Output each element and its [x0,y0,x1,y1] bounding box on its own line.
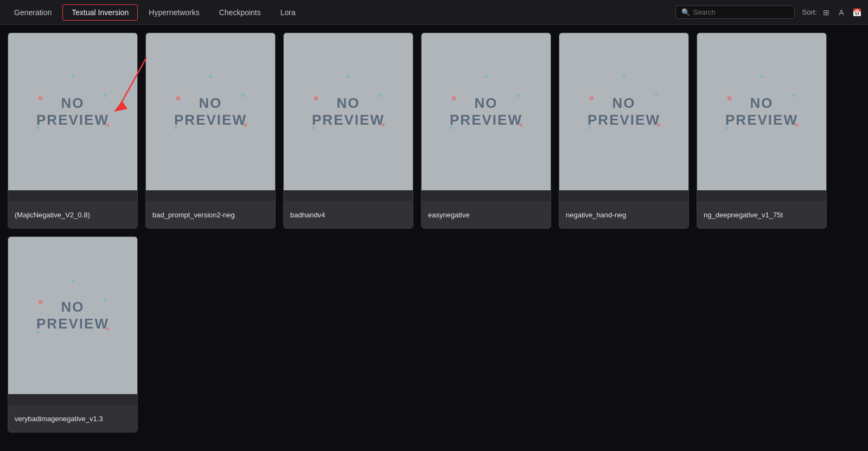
tab-lora[interactable]: Lora [272,5,304,20]
no-preview-text-4: NO PREVIEW [450,95,522,128]
card-negative-hand[interactable]: NO PREVIEW negative_hand-neg [559,33,689,229]
no-preview-text-5: NO PREVIEW [588,95,660,128]
sort-az-icon[interactable]: A [835,7,847,18]
tab-hypernetworks[interactable]: Hypernetworks [140,5,208,20]
card-bad-prompt[interactable]: NO PREVIEW bad_prompt_version2-neg [145,33,276,229]
card-preview-7: NO PREVIEW [8,237,137,394]
svg-point-29 [760,75,763,79]
tab-checkpoints[interactable]: Checkpoints [210,5,270,20]
card-label-4: easynegative [422,201,551,228]
svg-point-24 [622,75,626,79]
no-preview-text-3: NO PREVIEW [312,95,385,128]
svg-point-9 [209,75,212,79]
card-preview-3: NO PREVIEW [284,33,413,190]
sort-label: Sort: [802,8,817,16]
no-preview-text-7: NO PREVIEW [36,299,109,332]
card-preview-4: NO PREVIEW [422,33,551,190]
card-preview-5: NO PREVIEW [559,33,688,190]
tab-textual-inversion[interactable]: Textual Inversion [62,4,138,21]
svg-point-34 [71,279,74,282]
svg-point-14 [347,75,350,79]
card-label-5: negative_hand-neg [559,201,688,228]
tab-generation[interactable]: Generation [5,5,60,20]
card-verybadimagenegative[interactable]: NO PREVIEW verybadimagenegative_v1.3 [8,236,138,433]
card-preview-1: NO PREVIEW [8,33,137,190]
search-bar: 🔍 [675,5,795,19]
card-label-3: badhandv4 [284,201,413,228]
search-input[interactable] [693,8,789,16]
card-row-1: NO PREVIEW (MajicNegative_V2_0.8) NO PRE… [8,33,860,229]
card-label-7: verybadimagenegative_v1.3 [8,405,137,432]
card-ng-deepnegative[interactable]: NO PREVIEW ng_deepnegative_v1_75t [697,33,827,229]
card-preview-6: NO PREVIEW [697,33,826,190]
card-preview-2: NO PREVIEW [146,33,275,190]
card-row-2: NO PREVIEW verybadimagenegative_v1.3 [8,236,860,433]
search-icon: 🔍 [681,8,690,16]
navbar: Generation Textual Inversion Hypernetwor… [0,0,868,25]
card-badhandv4[interactable]: NO PREVIEW badhandv4 [283,33,413,229]
no-preview-text-2: NO PREVIEW [174,95,247,128]
card-label-1: (MajicNegative_V2_0.8) [8,201,137,228]
card-label-2: bad_prompt_version2-neg [146,201,275,228]
no-preview-text-1: NO PREVIEW [36,95,109,128]
no-preview-text-6: NO PREVIEW [725,95,798,128]
main-content: NO PREVIEW (MajicNegative_V2_0.8) NO PRE… [0,25,868,440]
card-label-6: ng_deepnegative_v1_75t [697,201,826,228]
sort-date-icon[interactable]: 📅 [851,7,863,18]
svg-point-19 [484,75,488,79]
card-majicnegative[interactable]: NO PREVIEW (MajicNegative_V2_0.8) [8,33,138,229]
svg-point-4 [71,75,74,79]
sort-area: Sort: ⊞ A 📅 [802,7,863,18]
card-easynegative[interactable]: NO PREVIEW easynegative [421,33,551,229]
sort-thumbnail-icon[interactable]: ⊞ [820,7,832,18]
